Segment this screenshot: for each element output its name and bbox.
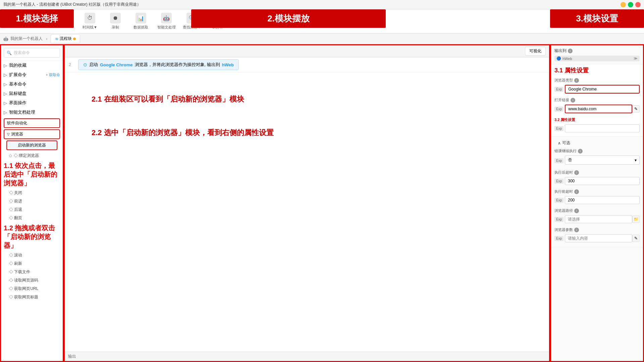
sub-item-forward[interactable]: ◇ 前进 <box>1 197 63 205</box>
sidebar-item-mouse-keyboard[interactable]: ▷ 鼠标键盘 <box>1 89 63 98</box>
error-exp-label: Exp <box>554 158 564 163</box>
toolbar-timeline[interactable]: ⏱ 时间线▼ <box>80 13 99 30</box>
exec-pre-timeout-input[interactable] <box>565 196 640 204</box>
sub-item-download[interactable]: ◇ 下载文件 <box>1 268 63 276</box>
output-info-icon: i <box>568 49 573 53</box>
timeline-icon: ⏱ <box>85 13 95 23</box>
exec-timeout-input[interactable] <box>565 177 640 185</box>
center-annotation-2: 2.2 选中「启动新的浏览器」模块，看到右侧的属性设置 <box>92 126 522 139</box>
bind-browser-icon <box>9 155 12 157</box>
ui-op-label: 界面操作 <box>9 100 26 106</box>
browser-path-input[interactable] <box>565 215 632 223</box>
center-bottom-bar: 输出 <box>65 352 549 361</box>
toolbar-ai-process[interactable]: 🤖 智能文处理 <box>157 13 176 30</box>
flow-icon: ≋ <box>55 37 58 41</box>
center-annotations: 2.1 在组装区可以看到「启动新的浏览器」模块 2.2 选中「启动新的浏览器」模… <box>65 72 549 159</box>
error-continue-value: 否 <box>568 157 572 163</box>
center-top-bar: 可视化 <box>65 45 549 57</box>
browser-params-row: Exp ✎ <box>554 234 640 242</box>
error-dropdown-arrow: ▾ <box>635 158 637 163</box>
open-link-edit-btn[interactable]: ✎ <box>632 105 640 113</box>
output-badge: 🔵 hWeb ≫ <box>554 56 640 61</box>
basic-label: 基本命令 <box>9 81 26 87</box>
sidebar-item-basic[interactable]: ▷ 基本命令 <box>1 79 63 89</box>
browser-path-label: 浏览器路径 <box>554 208 573 213</box>
maximize-button[interactable] <box>628 2 633 7</box>
browser-path-info-icon: i <box>574 208 579 213</box>
output-label: 输出 <box>68 354 76 359</box>
read-source-label: ◇ 读取网页源码 <box>9 278 38 283</box>
extra-input[interactable] <box>565 124 640 132</box>
annotation-2: 1.2 拖拽或者双击「启动新的浏览器」 <box>1 222 63 251</box>
sub-item-read-source[interactable]: ◇ 读取网页源码 <box>1 276 63 285</box>
tab-bar: 🤖 我的第一个机器人 › ≋ 流程块 <box>0 34 644 44</box>
toolbar-record[interactable]: ⏺ 录制 <box>106 13 125 30</box>
browser-params-input[interactable] <box>565 234 632 242</box>
sub-item-bind-browser[interactable]: ◇ 绑定浏览器 <box>1 152 63 160</box>
link-exp-label: Exp <box>554 107 564 112</box>
exec-pre-timeout-row: Exp <box>554 196 640 204</box>
sidebar-item-extensions[interactable]: ▷ 扩展命令 + 获取命 <box>1 70 63 79</box>
sidebar-item-ui-operation[interactable]: ▷ 界面操作 <box>1 98 63 108</box>
browser-type-title: 浏览器类型 i <box>554 78 640 83</box>
page-label: ◇ 翻页 <box>9 215 22 221</box>
sub-item-get-title[interactable]: ◇ 获取网页标题 <box>1 293 63 301</box>
back-label: ◇ 后退 <box>9 207 22 213</box>
output-icon: 🔵 <box>556 56 561 61</box>
breadcrumb-separator: 🤖 <box>3 37 8 41</box>
exec-timeout-exp-label: Exp <box>554 179 564 184</box>
sub-item-page[interactable]: ◇ 翻页 <box>1 214 63 222</box>
robot-breadcrumb[interactable]: 我的第一个机器人 <box>10 36 43 42</box>
sub-item-get-url[interactable]: ◇ 获取网页URL <box>1 285 63 293</box>
error-continue-select[interactable]: 否 ▾ <box>565 156 640 165</box>
flow-tab[interactable]: ≋ 流程块 <box>51 34 80 43</box>
open-link-input[interactable] <box>565 105 632 113</box>
sub-item-back[interactable]: ◇ 后退 <box>1 205 63 214</box>
minimize-button[interactable] <box>621 2 626 7</box>
scroll-label: ◇ 滚动 <box>9 252 22 258</box>
launch-browser-btn[interactable]: 启动新的浏览器 <box>6 140 57 150</box>
sidebar-item-favorites[interactable]: ▷ 我的收藏 <box>1 61 63 70</box>
get-extensions-btn[interactable]: + 获取命 <box>46 72 60 77</box>
smart-doc-arrow: ▷ <box>4 110 7 115</box>
exec-timeout-label: 执行后超时 <box>554 170 573 175</box>
section-3-label: 3.模块设置 <box>550 9 644 28</box>
launch-browser-label: 启动新的浏览器 <box>18 143 46 147</box>
sidebar-item-software-automation[interactable]: 软件自动化 <box>4 118 60 128</box>
sidebar-item-browser[interactable]: ▽ 浏览器 <box>4 129 60 139</box>
browser-params-info-icon: i <box>574 228 579 232</box>
sub-item-close[interactable]: ◇ 关闭 <box>1 189 63 197</box>
toolbar-data-capture[interactable]: 📊 数据抓取 <box>131 13 150 30</box>
extensions-label: 扩展命令 <box>9 72 26 78</box>
optional-collapsible[interactable]: ∧ 可选 <box>554 139 640 147</box>
extra-input-row: Exp <box>554 124 640 132</box>
optional-section: ∧ 可选 错课继续执行 i Exp 否 ▾ <box>551 137 643 247</box>
browser-params-exp-label: Exp <box>554 236 564 241</box>
browser-type-input-row: Exp <box>554 85 640 94</box>
output-expand-icon[interactable]: ≫ <box>634 56 638 61</box>
section-1-label: 1.模块选择 <box>0 9 74 28</box>
sub-item-refresh[interactable]: ◇ 刷新 <box>1 259 63 268</box>
annotation-1: 1.1 依次点击，最后选中「启动新的浏览器」 <box>1 160 63 189</box>
sub-item-scroll[interactable]: ◇ 滚动 <box>1 251 63 259</box>
visible-button[interactable]: 可视化 <box>525 47 546 56</box>
get-url-label: ◇ 获取网页URL <box>9 286 38 292</box>
flow-block-launch-browser[interactable]: ⊙ 启动 Google Chrome 浏览器，并将此浏览器作为操控对象, 输出到… <box>78 59 239 70</box>
output-title-text: 输出到 <box>554 48 567 54</box>
search-input-wrapper[interactable]: 🔍 搜索命令 <box>4 48 60 58</box>
browser-path-browse-btn[interactable]: 📁 <box>632 216 640 223</box>
browser-path-row: Exp 📁 <box>554 215 640 223</box>
toolbar-data-capture-label: 数据抓取 <box>133 25 148 30</box>
bind-browser-label: ◇ 绑定浏览器 <box>14 153 39 159</box>
browser-type-input[interactable] <box>565 85 640 94</box>
ai-process-icon: 🤖 <box>161 13 172 23</box>
error-continue-title: 错课继续执行 i <box>554 148 640 154</box>
section-2-label: 2.模块摆放 <box>191 9 386 28</box>
right-panel: 输出到 i 🔵 hWeb ≫ 3.1 属性设置 浏览器类型 i Exp <box>550 44 644 362</box>
browser-params-edit-btn[interactable]: ✎ <box>632 235 640 242</box>
browser-params-title: 浏览器参数 i <box>554 227 640 232</box>
close-button[interactable] <box>635 2 641 7</box>
optional-arrow: ∧ <box>558 141 561 145</box>
sidebar-item-smart-doc[interactable]: ▷ 智能文档处理 <box>1 108 63 117</box>
browser-path-title: 浏览器路径 i <box>554 208 640 213</box>
